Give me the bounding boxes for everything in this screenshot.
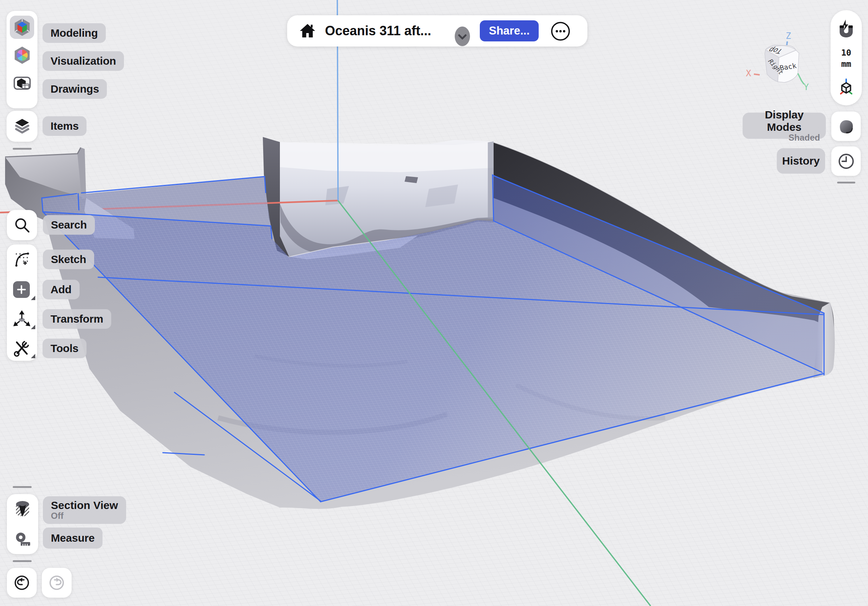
home-icon[interactable]: [299, 22, 316, 40]
rail-divider: [13, 486, 32, 488]
sketch-label[interactable]: Sketch: [43, 250, 94, 269]
snap-grid-size[interactable]: 10mm: [841, 47, 851, 70]
share-button[interactable]: Share...: [480, 20, 539, 42]
items-button[interactable]: [6, 111, 37, 142]
redo-icon: [48, 574, 65, 591]
tools-label[interactable]: Tools: [42, 339, 87, 358]
transform-icon[interactable]: [13, 310, 31, 328]
more-options-icon[interactable]: [550, 21, 571, 42]
search-label[interactable]: Search: [43, 215, 95, 235]
history-label[interactable]: History: [777, 148, 825, 174]
right-divider: [837, 182, 855, 184]
transform-label[interactable]: Transform: [42, 309, 111, 329]
snapping-magnet-icon[interactable]: [837, 20, 856, 40]
display-modes-button[interactable]: [831, 111, 861, 141]
history-button[interactable]: [831, 147, 861, 176]
document-title[interactable]: Oceanis 311 aft...: [325, 23, 431, 39]
search-button[interactable]: [7, 210, 37, 240]
measure-label[interactable]: Measure: [43, 527, 102, 549]
workspace-label-modeling[interactable]: Modeling: [42, 23, 106, 43]
title-bar: Oceanis 311 aft... Share...: [287, 15, 587, 46]
undo-icon: [14, 574, 30, 591]
add-submenu-indicator: [31, 296, 35, 300]
display-modes-label[interactable]: Display Modes Shaded: [742, 113, 826, 139]
items-layers-icon: [13, 117, 31, 136]
axis-orientation-icon[interactable]: [837, 77, 856, 96]
tools-submenu-indicator: [31, 354, 35, 358]
workspace-label-drawings[interactable]: Drawings: [42, 79, 107, 99]
drawings-icon[interactable]: [13, 74, 32, 93]
measure-icon[interactable]: [14, 530, 32, 547]
shaded-display-icon: [837, 117, 855, 136]
viewport-3d[interactable]: [0, 0, 868, 606]
workspace-switcher-panel: [6, 11, 37, 108]
undo-button[interactable]: [7, 568, 37, 598]
visualization-icon[interactable]: [13, 46, 32, 65]
tools-icon[interactable]: [13, 339, 31, 357]
section-view-label[interactable]: Section View Off: [43, 496, 126, 524]
rail-divider: [13, 148, 32, 150]
section-view-icon[interactable]: [14, 501, 31, 518]
axis-x-label: X: [746, 68, 751, 79]
axis-y-label: Y: [804, 82, 809, 92]
search-icon: [14, 216, 31, 234]
app-window: Modeling Visualization Drawings Items Se…: [0, 0, 868, 606]
redo-button[interactable]: [42, 568, 71, 598]
inspect-panel: [7, 494, 38, 554]
view-cube[interactable]: Z Top Right Back X Y: [741, 23, 814, 95]
axis-z-label: Z: [786, 31, 791, 41]
items-label[interactable]: Items: [42, 116, 87, 136]
workspace-label-visualization[interactable]: Visualization: [42, 51, 124, 71]
sketch-icon[interactable]: [14, 251, 31, 269]
history-clock-icon: [837, 153, 855, 170]
modeling-icon[interactable]: [13, 18, 32, 37]
tool-rail-panel: [7, 244, 37, 361]
snapping-panel: 10mm: [831, 10, 862, 105]
add-label[interactable]: Add: [42, 280, 80, 299]
chevron-down-icon[interactable]: [454, 26, 470, 46]
rail-divider: [13, 560, 32, 562]
add-icon[interactable]: [13, 281, 30, 298]
transform-submenu-indicator: [31, 325, 35, 329]
